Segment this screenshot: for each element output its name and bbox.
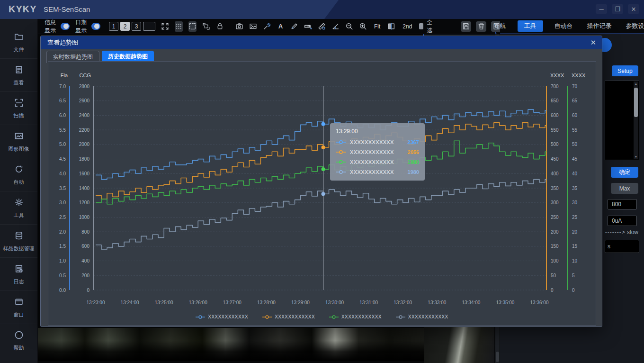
legend-item[interactable]: XXXXXXXXXXXX xyxy=(396,314,448,319)
sidebar-item-view[interactable]: 查看 xyxy=(0,58,37,91)
svg-text:13:33:00: 13:33:00 xyxy=(428,300,446,305)
camera-icon[interactable] xyxy=(235,21,243,32)
picture-icon[interactable] xyxy=(249,21,257,32)
legend-item[interactable]: XXXXXXXXXXXX xyxy=(262,314,315,319)
menu-tab-操作记录[interactable]: 操作记录 xyxy=(584,20,615,32)
trash-icon[interactable] xyxy=(476,21,486,32)
sidebar-item-image[interactable]: 图形图像 xyxy=(0,125,37,158)
svg-text:4.0: 4.0 xyxy=(59,171,66,176)
svg-text:60: 60 xyxy=(572,113,578,118)
sidebar-item-label: 样品数据管理 xyxy=(3,245,35,252)
minimize-button[interactable]: ─ xyxy=(596,4,607,14)
view-icon xyxy=(14,65,24,76)
menu-tab-自动台[interactable]: 自动台 xyxy=(552,20,576,32)
series-marker-icon xyxy=(396,315,405,319)
svg-text:550: 550 xyxy=(551,127,559,133)
wrench-tools-icon[interactable] xyxy=(263,21,271,32)
svg-text:0.0: 0.0 xyxy=(59,288,66,293)
sidebar-item-window[interactable]: 窗口 xyxy=(0,290,37,324)
gear-icon xyxy=(14,198,24,209)
fit-button[interactable]: Fit xyxy=(373,21,382,32)
setup-button[interactable]: Setup xyxy=(612,65,638,76)
svg-text:?: ? xyxy=(18,332,20,338)
svg-text:4.5: 4.5 xyxy=(59,156,66,162)
date-display-toggle[interactable] xyxy=(91,23,100,30)
sidebar-item-label: 日志 xyxy=(14,278,24,285)
transform-selection-icon[interactable] xyxy=(202,21,210,32)
brand-logo: KYKY xyxy=(9,4,37,15)
selection-marquee-icon[interactable] xyxy=(188,21,197,32)
close-button[interactable]: ✕ xyxy=(628,4,639,14)
sidebar-item-help[interactable]: ?帮助 xyxy=(0,324,37,357)
series-marker-icon xyxy=(336,150,346,154)
confirm-button[interactable]: 确定 xyxy=(611,167,638,178)
sidebar-item-label: 自动 xyxy=(14,179,24,186)
svg-text:13:24:00: 13:24:00 xyxy=(121,300,139,305)
scrollbar-handle[interactable] xyxy=(496,352,499,362)
lock-icon[interactable] xyxy=(216,21,224,32)
top-right-menu: 导航工具自动台操作记录参数设置 xyxy=(500,19,644,34)
angle-measure-icon[interactable] xyxy=(331,21,340,32)
folder-icon xyxy=(14,32,24,43)
sidebar-item-folder[interactable]: 文件 xyxy=(0,26,37,58)
svg-text:55: 55 xyxy=(572,127,578,133)
view-slot-2-button[interactable]: 2 xyxy=(120,22,130,31)
dialog-close-icon[interactable]: ✕ xyxy=(590,38,596,47)
menu-tab-工具[interactable]: 工具 xyxy=(518,20,543,32)
info-display-toggle[interactable] xyxy=(61,23,70,30)
trend-chart[interactable]: FlaCCGXXXXXXXX7.02800700706.52600650656.… xyxy=(48,62,596,325)
view-slot-1-button[interactable]: 1 xyxy=(109,22,118,31)
sidebar-item-gear[interactable]: 工具 xyxy=(0,191,37,224)
svg-text:13:30:00: 13:30:00 xyxy=(325,300,344,305)
pen-icon[interactable] xyxy=(290,21,298,32)
menu-tab-导航[interactable]: 导航 xyxy=(491,20,509,32)
menu-tab-参数设置[interactable]: 参数设置 xyxy=(623,20,644,32)
value-input-800[interactable]: 800 xyxy=(608,199,637,209)
maximize-button[interactable]: ❐ xyxy=(612,4,623,14)
max-button[interactable]: Max xyxy=(611,183,638,194)
view-slot-3-button[interactable]: 3 xyxy=(132,22,141,31)
trend-chart-dialog: 查看趋势图 ✕ 实时数据趋势图历史数据趋势图 FlaCCGXXXXXXXX7.0… xyxy=(40,36,602,327)
svg-text:30: 30 xyxy=(572,200,578,205)
svg-text:40: 40 xyxy=(572,171,578,176)
legend-item[interactable]: XXXXXXXXXXXX xyxy=(329,314,382,319)
dialog-header[interactable]: 查看趋势图 ✕ xyxy=(41,36,602,49)
parameter-listbox[interactable]: ▲ ▼ xyxy=(605,81,639,160)
svg-text:650: 650 xyxy=(551,98,559,103)
zoom-out-icon[interactable] xyxy=(345,21,353,32)
svg-text:150: 150 xyxy=(551,244,559,249)
select-all-checkbox[interactable] xyxy=(419,23,423,29)
listbox-scrollbar[interactable]: ▲ ▼ xyxy=(634,82,638,159)
second-detector-button[interactable]: 2nd xyxy=(401,21,413,32)
current-input-0ua[interactable]: 0uA xyxy=(608,216,637,226)
info-display-label: 信息显示 xyxy=(45,18,57,35)
scroll-down-icon[interactable]: ▼ xyxy=(634,154,638,159)
scrollbar-handle[interactable] xyxy=(634,88,638,117)
sidebar-item-log[interactable]: 日志 xyxy=(0,257,37,290)
svg-text:6.0: 6.0 xyxy=(59,113,66,118)
save-icon[interactable] xyxy=(461,21,471,32)
app-window: Setup ▲ ▼ 确定 Max 800 0uA -------> slow s… xyxy=(0,0,644,363)
seconds-input[interactable]: s xyxy=(605,240,639,253)
split-view-icon[interactable] xyxy=(387,21,395,32)
sidebar-item-scan[interactable]: 扫描 xyxy=(0,91,37,125)
svg-text:13:29:00: 13:29:00 xyxy=(291,300,310,305)
text-annotation-icon[interactable]: A xyxy=(277,21,285,32)
svg-text:13:28:00: 13:28:00 xyxy=(257,300,276,305)
tooltip-series-value: 2056 xyxy=(408,149,419,155)
toolbar: 信息显示 日期显示 123 A Fit 2nd 全选 xyxy=(38,19,495,34)
dither-pattern-icon[interactable] xyxy=(175,21,183,32)
measure-icon[interactable] xyxy=(318,21,326,32)
scroll-up-icon[interactable]: ▲ xyxy=(634,82,638,86)
tooltip-row: XXXXXXXXXXXX1980 xyxy=(336,169,419,175)
svg-text:2600: 2600 xyxy=(79,98,90,103)
legend-item[interactable]: XXXXXXXXXXXX xyxy=(196,314,248,319)
svg-text:0: 0 xyxy=(572,288,575,293)
ruler-icon[interactable] xyxy=(304,21,312,32)
sidebar-item-auto[interactable]: A自动 xyxy=(0,158,37,191)
zoom-in-icon[interactable] xyxy=(359,21,367,32)
expand-icon[interactable] xyxy=(161,21,169,32)
view-slot-empty-button[interactable] xyxy=(143,22,155,31)
svg-text:2.0: 2.0 xyxy=(59,229,66,235)
sidebar-item-database[interactable]: 样品数据管理 xyxy=(0,224,37,257)
